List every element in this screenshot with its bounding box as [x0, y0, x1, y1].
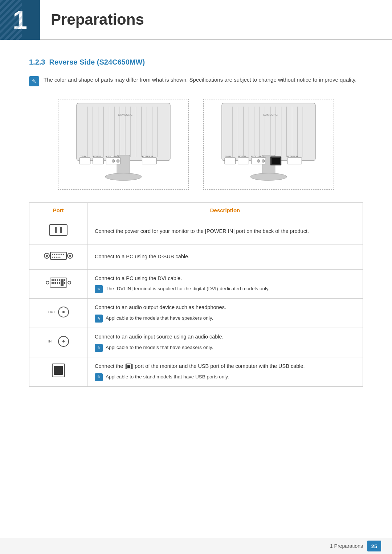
- description-cell-audio-out: Connect to an audio output device such a…: [87, 299, 363, 328]
- svg-point-62: [46, 255, 48, 257]
- svg-point-72: [54, 257, 55, 258]
- rgb-port-icon: [44, 250, 73, 262]
- inner-note-text-audio-out: Applicable to the models that have speak…: [106, 315, 213, 322]
- svg-point-66: [56, 254, 57, 255]
- svg-rect-84: [59, 279, 60, 281]
- inner-note-usb: Applicable to the stand models that have…: [95, 373, 355, 381]
- footer-page-number: 25: [367, 541, 381, 551]
- footer: 1 Preparations 25: [0, 538, 392, 554]
- svg-point-74: [57, 257, 58, 258]
- svg-rect-81: [53, 279, 54, 281]
- svg-rect-88: [57, 282, 58, 284]
- svg-point-93: [68, 281, 71, 284]
- svg-rect-92: [64, 282, 65, 284]
- inner-note-text-usb: Applicable to the stand models that have…: [106, 373, 229, 381]
- svg-rect-87: [55, 282, 56, 284]
- svg-point-16: [105, 173, 141, 180]
- svg-text:SAMSUNG: SAMSUNG: [118, 113, 132, 116]
- svg-point-70: [63, 254, 64, 255]
- inner-note-text-audio-in: Applicable to the models that have speak…: [106, 344, 213, 351]
- monitor-svg-2: SAMSUNG DVI IN RGB IN AUDIO INPUT POWER …: [204, 99, 334, 189]
- svg-point-77: [69, 255, 71, 257]
- diagrams-area: SAMSUNG DVI IN RGB IN AUDIO INPUT POWER …: [29, 99, 363, 190]
- inner-note-text-dvi: The [DVI IN] terminal is supplied for th…: [106, 285, 269, 292]
- inner-note-audio-in: Applicable to the models that have speak…: [95, 344, 355, 352]
- svg-rect-0: [77, 103, 170, 161]
- description-cell-dvi: Connect to a PC using the DVI cable. The…: [87, 269, 363, 299]
- audio-in-icon: IN: [48, 335, 69, 348]
- svg-rect-90: [61, 279, 64, 286]
- table-row: Connect the [] port of the monitor and t…: [29, 357, 363, 386]
- svg-text:IN: IN: [48, 340, 52, 343]
- svg-rect-58: [49, 225, 67, 235]
- port-cell-audio-in: IN: [29, 328, 87, 357]
- table-row: IN Connect to an audio-input source usin…: [29, 328, 363, 357]
- svg-text:POWER IN: POWER IN: [142, 155, 153, 157]
- section-title: 1.2.3 Reverse Side (S24C650MW): [29, 58, 363, 66]
- description-column-header: Description: [87, 203, 363, 218]
- table-row: OUT Connect to an audio output device su…: [29, 299, 363, 328]
- description-cell-power: Connect the power cord for your monitor …: [87, 218, 363, 245]
- svg-text:RGB IN: RGB IN: [238, 155, 246, 157]
- port-cell-dvi: [29, 269, 87, 299]
- svg-text:SAMSUNG: SAMSUNG: [263, 113, 278, 116]
- monitor-diagram-1: SAMSUNG DVI IN RGB IN AUDIO INPUT POWER …: [58, 99, 189, 190]
- usb-inline-icon: [126, 364, 132, 369]
- port-cell-usb: [29, 357, 87, 386]
- table-row: Connect to a PC using the DVI cable. The…: [29, 269, 363, 299]
- table-row: Connect the power cord for your monitor …: [29, 218, 363, 245]
- svg-point-73: [56, 257, 57, 258]
- inner-note-icon-audio-out: [95, 315, 103, 323]
- svg-point-71: [52, 257, 53, 258]
- header: 1 Preparations: [0, 0, 392, 40]
- svg-text:DVI IN: DVI IN: [80, 155, 86, 157]
- svg-rect-101: [54, 366, 63, 375]
- svg-point-75: [59, 257, 60, 258]
- dvi-port-icon: [46, 276, 71, 290]
- footer-section-label: 1 Preparations: [330, 543, 363, 549]
- inner-note-icon-dvi: [95, 285, 103, 293]
- audio-out-icon: OUT: [48, 305, 69, 319]
- svg-rect-83: [57, 279, 58, 281]
- inner-note-dvi: The [DVI IN] terminal is supplied for th…: [95, 285, 355, 293]
- svg-rect-48: [238, 158, 249, 164]
- note-text: The color and shape of parts may differ …: [44, 75, 356, 84]
- main-content: 1.2.3 Reverse Side (S24C650MW) The color…: [0, 40, 392, 416]
- table-row: Connect to a PC using the D-SUB cable.: [29, 245, 363, 269]
- port-column-header: Port: [29, 203, 87, 218]
- svg-point-56: [257, 160, 260, 163]
- svg-rect-89: [59, 282, 60, 284]
- description-cell-rgb: Connect to a PC using the D-SUB cable.: [87, 245, 363, 269]
- page-title: Preparations: [51, 11, 144, 28]
- svg-text:RGB IN: RGB IN: [93, 155, 101, 157]
- monitor-svg-1: SAMSUNG DVI IN RGB IN AUDIO INPUT POWER …: [58, 99, 188, 189]
- svg-text:AUDIO INPUT: AUDIO INPUT: [250, 155, 265, 157]
- svg-rect-60: [60, 227, 62, 233]
- monitor-diagram-2: SAMSUNG DVI IN RGB IN AUDIO INPUT POWER …: [203, 99, 334, 190]
- svg-point-27: [117, 160, 119, 163]
- svg-point-96: [62, 311, 65, 313]
- port-cell-power: [29, 218, 87, 245]
- port-cell-rgb: [29, 245, 87, 269]
- svg-rect-82: [55, 279, 56, 281]
- svg-rect-28: [222, 103, 315, 161]
- svg-point-65: [54, 254, 55, 255]
- power-port-icon: [48, 223, 68, 237]
- svg-text:POWER IN: POWER IN: [287, 155, 298, 157]
- svg-point-26: [112, 160, 115, 163]
- svg-point-64: [52, 254, 53, 255]
- svg-rect-54: [287, 158, 302, 164]
- svg-rect-85: [52, 282, 53, 284]
- svg-rect-91: [64, 279, 65, 281]
- svg-point-78: [46, 281, 49, 284]
- svg-rect-24: [142, 158, 157, 164]
- svg-text:OUT: OUT: [48, 310, 56, 314]
- inner-note-icon-audio-in: [95, 344, 103, 352]
- inner-note-icon-usb: [95, 373, 103, 381]
- svg-rect-53: [271, 158, 280, 164]
- svg-point-67: [57, 254, 58, 255]
- usb-port-icon: [49, 362, 68, 378]
- svg-rect-46: [225, 158, 236, 164]
- description-cell-usb: Connect the [] port of the monitor and t…: [87, 357, 363, 386]
- inner-note-audio-out: Applicable to the models that have speak…: [95, 315, 355, 323]
